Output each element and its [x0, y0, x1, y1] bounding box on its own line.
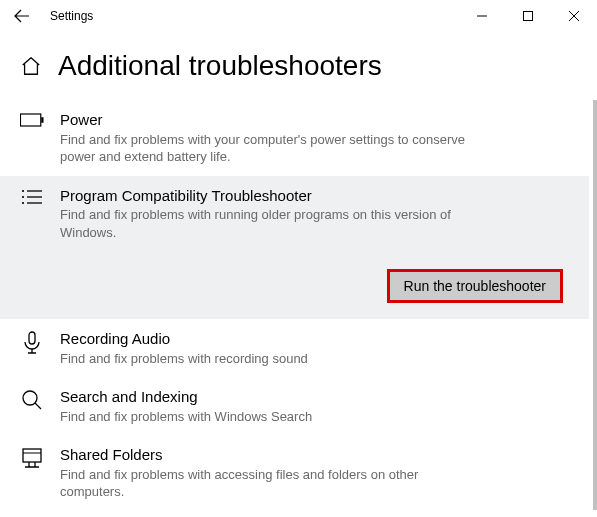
svg-rect-1 — [20, 114, 40, 126]
item-name: Search and Indexing — [60, 387, 569, 407]
window-title: Settings — [50, 9, 93, 23]
list-icon — [20, 188, 44, 212]
close-icon — [569, 11, 579, 21]
titlebar: Settings — [0, 0, 597, 32]
back-arrow-icon — [14, 8, 30, 24]
svg-point-5 — [22, 201, 24, 203]
back-button[interactable] — [10, 4, 34, 28]
computer-icon — [20, 447, 44, 471]
scrollbar[interactable] — [593, 100, 597, 510]
svg-rect-2 — [41, 117, 43, 123]
item-desc: Find and fix problems with accessing fil… — [60, 466, 480, 501]
maximize-button[interactable] — [505, 0, 551, 32]
close-button[interactable] — [551, 0, 597, 32]
svg-point-4 — [22, 195, 24, 197]
item-desc: Find and fix problems with Windows Searc… — [60, 408, 480, 426]
troubleshooter-item-program-compatibility[interactable]: Program Compatibility Troubleshooter Fin… — [0, 176, 589, 320]
item-text: Recording Audio Find and fix problems wi… — [60, 329, 569, 367]
item-name: Program Compatibility Troubleshooter — [60, 186, 569, 206]
svg-point-7 — [23, 391, 37, 405]
item-desc: Find and fix problems with recording sou… — [60, 350, 480, 368]
troubleshooter-item-search-indexing[interactable]: Search and Indexing Find and fix problem… — [0, 377, 589, 435]
maximize-icon — [523, 11, 533, 21]
run-button-wrap: Run the troubleshooter — [20, 269, 569, 303]
troubleshooter-list: Power Find and fix problems with your co… — [0, 100, 589, 517]
microphone-icon — [20, 331, 44, 355]
item-name: Power — [60, 110, 569, 130]
item-text: Program Compatibility Troubleshooter Fin… — [60, 186, 569, 242]
svg-point-3 — [22, 189, 24, 191]
svg-rect-0 — [524, 12, 533, 21]
svg-rect-6 — [29, 332, 35, 344]
run-troubleshooter-button[interactable]: Run the troubleshooter — [387, 269, 563, 303]
home-icon — [20, 55, 42, 77]
page-title: Additional troubleshooters — [58, 50, 382, 82]
minimize-icon — [477, 11, 487, 21]
item-text: Search and Indexing Find and fix problem… — [60, 387, 569, 425]
page-header: Additional troubleshooters — [0, 32, 597, 100]
search-icon — [20, 389, 44, 413]
item-desc: Find and fix problems with your computer… — [60, 131, 480, 166]
window-controls — [459, 0, 597, 32]
item-name: Shared Folders — [60, 445, 569, 465]
troubleshooter-item-recording-audio[interactable]: Recording Audio Find and fix problems wi… — [0, 319, 589, 377]
troubleshooter-item-shared-folders[interactable]: Shared Folders Find and fix problems wit… — [0, 435, 589, 511]
battery-icon — [20, 112, 44, 136]
troubleshooter-item-power[interactable]: Power Find and fix problems with your co… — [0, 100, 589, 176]
svg-rect-8 — [23, 449, 41, 462]
minimize-button[interactable] — [459, 0, 505, 32]
item-text: Power Find and fix problems with your co… — [60, 110, 569, 166]
item-desc: Find and fix problems with running older… — [60, 206, 480, 241]
item-text: Shared Folders Find and fix problems wit… — [60, 445, 569, 501]
item-name: Recording Audio — [60, 329, 569, 349]
